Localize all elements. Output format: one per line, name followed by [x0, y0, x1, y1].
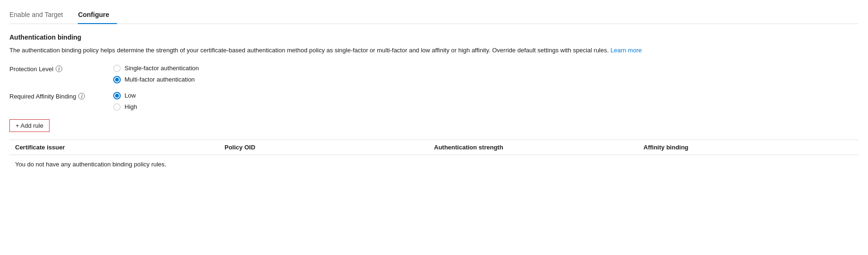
high-option[interactable]: High	[113, 103, 137, 111]
multi-factor-option[interactable]: Multi-factor authentication	[113, 76, 199, 83]
table-empty-message: You do not have any authentication bindi…	[9, 155, 859, 173]
high-radio[interactable]	[113, 103, 121, 111]
low-option[interactable]: Low	[113, 92, 137, 99]
description-text: The authentication binding policy helps …	[9, 47, 609, 54]
low-radio[interactable]	[113, 92, 121, 99]
add-rule-button[interactable]: + Add rule	[9, 119, 50, 132]
single-factor-option[interactable]: Single-factor authentication	[113, 65, 199, 72]
protection-level-options: Single-factor authentication Multi-facto…	[113, 65, 199, 83]
affinity-binding-options: Low High	[113, 92, 137, 111]
affinity-binding-text: Required Affinity Binding	[9, 93, 76, 100]
tabs-container: Enable and Target Configure	[9, 6, 859, 24]
page-container: Enable and Target Configure Authenticati…	[0, 0, 868, 183]
single-factor-label: Single-factor authentication	[125, 65, 199, 72]
col-certificate-issuer: Certificate issuer	[15, 144, 225, 151]
table-header: Certificate issuer Policy OID Authentica…	[9, 140, 859, 155]
affinity-binding-row: Required Affinity Binding i Low High	[9, 92, 859, 111]
single-factor-radio[interactable]	[113, 65, 121, 72]
multi-factor-radio[interactable]	[113, 76, 121, 83]
tab-enable-target[interactable]: Enable and Target	[9, 6, 70, 24]
protection-level-label: Protection Level i	[9, 65, 113, 73]
col-affinity-binding: Affinity binding	[643, 144, 853, 151]
protection-level-info-icon[interactable]: i	[56, 66, 62, 72]
protection-level-text: Protection Level	[9, 66, 53, 73]
multi-factor-label: Multi-factor authentication	[125, 76, 195, 83]
affinity-binding-info-icon[interactable]: i	[78, 93, 85, 99]
high-label: High	[125, 103, 137, 110]
learn-more-link[interactable]: Learn more	[610, 47, 642, 54]
col-policy-oid: Policy OID	[225, 144, 434, 151]
affinity-binding-label: Required Affinity Binding i	[9, 92, 113, 100]
low-label: Low	[125, 92, 136, 99]
rules-table: Certificate issuer Policy OID Authentica…	[9, 140, 859, 173]
tab-configure[interactable]: Configure	[78, 6, 117, 24]
section-description: The authentication binding policy helps …	[9, 46, 811, 55]
section-title: Authentication binding	[9, 33, 859, 41]
col-auth-strength: Authentication strength	[434, 144, 643, 151]
protection-level-row: Protection Level i Single-factor authent…	[9, 65, 859, 83]
